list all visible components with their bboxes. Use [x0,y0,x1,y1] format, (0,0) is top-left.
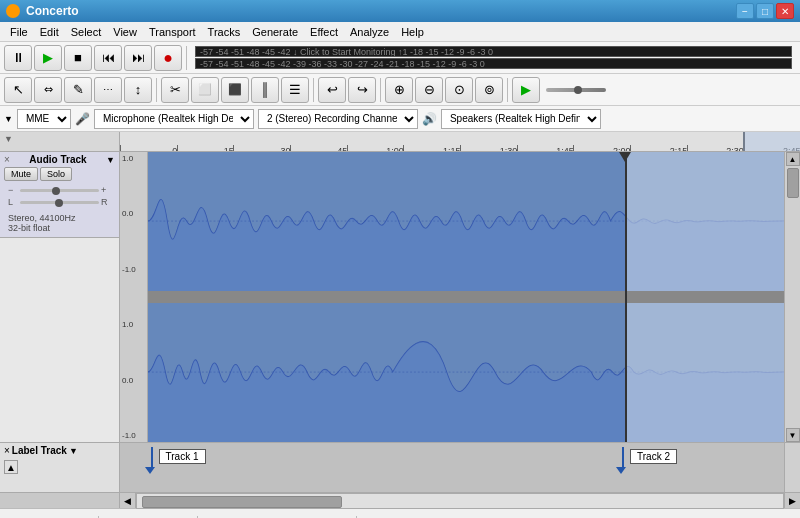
draw-tool[interactable]: ✎ [64,77,92,103]
audio-track-close[interactable]: × [4,154,10,165]
mute-button[interactable]: Mute [4,167,38,181]
volume-minus-icon: − [8,185,18,195]
output-meter[interactable]: -57 -54 -51 -48 -45 -42 -39 -36 -33 -30 … [195,58,792,69]
vertical-scrollbar[interactable]: ▲ ▼ [784,152,800,442]
silence-tool[interactable]: ☰ [281,77,309,103]
label-marker-track1[interactable]: Track 1 [147,447,204,492]
timeline-ruler-wrapper: ▼ -1501530451:001:151:301:452:002:152:30… [0,132,800,152]
transport-toolbar: ⏸ ▶ ■ ⏮ ⏭ ● -57 -54 -51 -48 -45 -42 ↓ Cl… [0,42,800,74]
label-marker-track2[interactable]: Track 2 [618,447,675,492]
paste-tool[interactable]: ⬛ [221,77,249,103]
level-meters: -57 -54 -51 -48 -45 -42 ↓ Click to Start… [191,44,796,71]
toolbar-sep5 [507,78,508,102]
input-meter[interactable]: -57 -54 -51 -48 -45 -42 ↓ Click to Start… [195,46,792,57]
minimize-button[interactable]: − [736,3,754,19]
menu-effect[interactable]: Effect [304,24,344,40]
skip-end-button[interactable]: ⏭ [124,45,152,71]
label-pin-1-icon [145,467,155,474]
audio-track-name: Audio Track [29,154,86,165]
play-at-speed-button[interactable]: ▶ [512,77,540,103]
label-track-close[interactable]: × [4,445,10,456]
copy-tool[interactable]: ⬜ [191,77,219,103]
record-button[interactable]: ● [154,45,182,71]
label-track-up-button[interactable]: ▲ [4,460,18,474]
scale-0-0-top: 0.0 [122,209,145,218]
main-area: × Audio Track ▼ Mute Solo − + L [0,152,800,442]
menu-generate[interactable]: Generate [246,24,304,40]
mic-icon: 🎤 [75,112,90,126]
app-icon [6,4,20,18]
label-track-panel: × Label Track ▼ ▲ [0,443,120,492]
menu-bar: File Edit Select View Transport Tracks G… [0,22,800,42]
horizontal-scrollbar[interactable] [136,493,784,509]
scale-neg-1-0: -1.0 [122,265,145,274]
device-toolbar: ▼ MME 🎤 Microphone (Realtek High Defini … [0,106,800,132]
trim-tool[interactable]: ║ [251,77,279,103]
ruler-tick-7: 1:30 [517,145,518,151]
label-track-vscroll [784,443,800,492]
label-box-track2[interactable]: Track 2 [630,449,677,464]
zoom-out-button[interactable]: ⊖ [415,77,443,103]
undo-button[interactable]: ↩ [318,77,346,103]
hscroll-left-button[interactable]: ◀ [120,493,136,508]
close-button[interactable]: ✕ [776,3,794,19]
menu-tracks[interactable]: Tracks [202,24,247,40]
redo-button[interactable]: ↪ [348,77,376,103]
toolbar-separator [186,46,187,70]
ruler-tick-3: 30 [290,145,291,151]
ruler-tick-2: 15 [233,145,234,151]
audio-track-menu-icon[interactable]: ▼ [106,155,115,165]
zoom-tool[interactable]: ⋯ [94,77,122,103]
envelope-tool[interactable]: ⇔ [34,77,62,103]
menu-help[interactable]: Help [395,24,430,40]
output-device-select[interactable]: Speakers (Realtek High Definiti [441,109,601,129]
hscroll-right-button[interactable]: ▶ [784,493,800,508]
maximize-button[interactable]: □ [756,3,774,19]
volume-slider[interactable] [20,189,99,192]
label-box-track1[interactable]: Track 1 [159,449,206,464]
label-track-area: × Label Track ▼ ▲ Track 1 [0,442,800,492]
pan-right-label: R [101,197,111,207]
waveform-area[interactable]: 1.0 0.0 -1.0 1.0 0.0 -1.0 [120,152,784,442]
label-pin-2-icon [616,467,626,474]
pan-slider[interactable] [20,201,99,204]
pause-button[interactable]: ⏸ [4,45,32,71]
channels-select[interactable]: 2 (Stereo) Recording Channels [258,109,418,129]
ruler-tick-1: 0 [177,145,178,151]
timeshift-tool[interactable]: ↕ [124,77,152,103]
select-tool[interactable]: ↖ [4,77,32,103]
ruler-tick-6: 1:15 [460,145,461,151]
scroll-thumb[interactable] [787,168,799,198]
ruler-tick-0: -15 [120,145,121,151]
api-select[interactable]: MME [17,109,71,129]
menu-view[interactable]: View [107,24,143,40]
menu-file[interactable]: File [4,24,34,40]
cut-tool[interactable]: ✂ [161,77,189,103]
scroll-up-button[interactable]: ▲ [786,152,800,166]
pan-left-label: L [8,197,18,207]
skip-start-button[interactable]: ⏮ [94,45,122,71]
solo-button[interactable]: Solo [40,167,72,181]
menu-transport[interactable]: Transport [143,24,202,40]
horizontal-scrollbar-area: ◀ ▶ [0,492,800,508]
stop-button[interactable]: ■ [64,45,92,71]
hscroll-thumb[interactable] [142,496,342,508]
zoom-fit-button[interactable]: ⊚ [475,77,503,103]
input-device-select[interactable]: Microphone (Realtek High Defini [94,109,254,129]
track-info: Stereo, 44100Hz32-bit float [4,211,115,235]
ruler-tick-9: 2:00 [630,145,631,151]
label-track-canvas[interactable]: Track 1 Track 2 [120,443,784,492]
scale-0-0-bot: 0.0 [122,376,145,385]
zoom-sel-button[interactable]: ⊙ [445,77,473,103]
menu-edit[interactable]: Edit [34,24,65,40]
label-track-menu-icon[interactable]: ▼ [69,446,78,456]
label-track-name: Label Track [12,445,67,456]
zoom-in-button[interactable]: ⊕ [385,77,413,103]
scale-1-0-bot: 1.0 [122,320,145,329]
play-button[interactable]: ▶ [34,45,62,71]
waveform-canvas[interactable] [148,152,784,442]
scroll-down-button[interactable]: ▼ [786,428,800,442]
track-panel: × Audio Track ▼ Mute Solo − + L [0,152,120,442]
menu-select[interactable]: Select [65,24,108,40]
menu-analyze[interactable]: Analyze [344,24,395,40]
